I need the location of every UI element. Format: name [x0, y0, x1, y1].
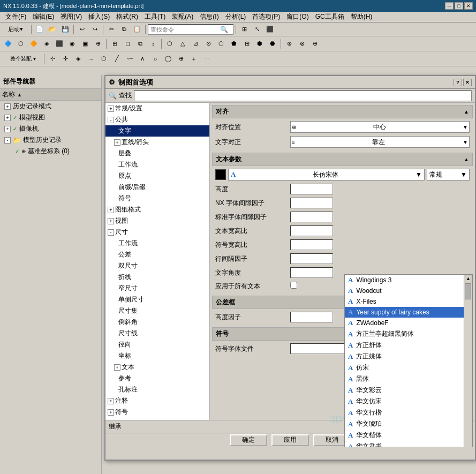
- tree-item-lines[interactable]: + 直线/箭头: [105, 137, 209, 148]
- tb3-btn5[interactable]: ⬡: [98, 53, 110, 65]
- expand-annotation[interactable]: +: [108, 398, 114, 404]
- std-spacing-input[interactable]: [290, 212, 333, 222]
- tree-item-workflow2[interactable]: 工作流: [105, 238, 209, 249]
- menu-preferences[interactable]: 首选项(P): [249, 11, 283, 22]
- scroll-up-btn[interactable]: ▲: [465, 275, 472, 282]
- alignment-section-header[interactable]: 对齐 ▲: [212, 105, 473, 118]
- paste-btn[interactable]: 📋: [131, 24, 143, 35]
- expand-icon[interactable]: +: [4, 115, 11, 121]
- text-angle-input[interactable]: [290, 267, 333, 278]
- ok-button[interactable]: 确定: [230, 434, 267, 446]
- menu-window[interactable]: 窗口(O): [283, 11, 312, 22]
- tb2-btn16[interactable]: ⊙: [202, 38, 214, 50]
- tb2-btn6[interactable]: ◉: [66, 38, 78, 50]
- menu-edit[interactable]: 编辑(E): [29, 11, 57, 22]
- font-item-zwadobef[interactable]: A ZWAdobeF: [345, 318, 472, 328]
- font-name-select[interactable]: A 长仿宋体 ▼: [228, 169, 425, 180]
- tree-item-stack[interactable]: 层叠: [105, 148, 209, 159]
- tb3-btn12[interactable]: +: [188, 53, 200, 65]
- tb2-btn1[interactable]: 🔷: [2, 38, 14, 50]
- expand-common[interactable]: -: [108, 117, 114, 123]
- copy-btn[interactable]: ⧉: [118, 24, 130, 35]
- apply-all-checkbox[interactable]: [290, 282, 297, 289]
- expand-general[interactable]: +: [108, 106, 114, 112]
- font-item-heiti[interactable]: A 黑体: [345, 373, 472, 385]
- tree-item-text[interactable]: 文字: [105, 125, 209, 137]
- tb3-btn7[interactable]: 〰: [124, 53, 135, 65]
- tb2-btn20[interactable]: ⬢: [254, 38, 266, 50]
- sidebar-item-model-views[interactable]: + ✓ 模型视图: [0, 112, 101, 123]
- expand-icon[interactable]: +: [4, 103, 11, 110]
- sidebar-item-cameras[interactable]: + ✓ 摄像机: [0, 123, 101, 134]
- line-spacing-input[interactable]: [290, 253, 333, 264]
- font-color-swatch[interactable]: [215, 169, 226, 180]
- tree-item-chamfer[interactable]: 倒斜角: [105, 317, 209, 328]
- font-item-fzlanting[interactable]: A 方正兰亭超细黑简体: [345, 328, 472, 340]
- tb3-btn6[interactable]: ╱: [111, 53, 123, 65]
- tree-item-annotation[interactable]: + 注释: [105, 395, 209, 407]
- tb3-btn9[interactable]: ○: [149, 53, 161, 65]
- tree-item-symbol-top[interactable]: + 符号: [105, 407, 209, 418]
- menu-assembly[interactable]: 装配(A): [169, 11, 197, 22]
- tb2-btn15[interactable]: ⊿: [190, 38, 201, 50]
- start-btn[interactable]: 启动▾: [2, 24, 29, 35]
- tree-item-general[interactable]: + 常规/设置: [105, 103, 209, 114]
- tree-item-dual-dim[interactable]: 双尺寸: [105, 260, 209, 272]
- tree-item-ref[interactable]: 参考: [105, 373, 209, 384]
- tree-item-view[interactable]: + 视图: [105, 215, 209, 227]
- tb3-btn13[interactable]: ⋯: [201, 53, 213, 65]
- tb2-btn11[interactable]: ⧉: [134, 38, 146, 50]
- tree-item-prefix[interactable]: 前缀/后缀: [105, 182, 209, 193]
- tb2-btn18[interactable]: ⬟: [228, 38, 240, 50]
- tree-item-sheet-format[interactable]: + 图纸格式: [105, 204, 209, 215]
- width-ratio-input[interactable]: [290, 225, 333, 236]
- expand-view[interactable]: +: [108, 218, 114, 224]
- expand-symbol-top[interactable]: +: [108, 409, 114, 416]
- expand-icon[interactable]: +: [4, 126, 11, 132]
- tb3-btn1[interactable]: ⊹: [47, 53, 58, 65]
- search-input[interactable]: [150, 26, 220, 33]
- tb2-btn22[interactable]: ⊛: [283, 38, 295, 50]
- scroll-thumb[interactable]: [465, 283, 471, 299]
- dialog-close-btn[interactable]: ✕: [463, 79, 472, 86]
- expand-text-dim[interactable]: +: [114, 364, 120, 371]
- maximize-btn[interactable]: □: [455, 2, 463, 10]
- tree-item-text-dim[interactable]: + 文本: [105, 362, 209, 373]
- font-item-hwkaiti[interactable]: A 华文楷体: [345, 430, 472, 441]
- tb2-btn23[interactable]: ⊗: [296, 38, 308, 50]
- font-item-fangsong[interactable]: A 仿宋: [345, 362, 472, 373]
- expand-lines[interactable]: +: [114, 139, 120, 146]
- expand-dim[interactable]: -: [108, 229, 114, 236]
- dropdown-scrollbar[interactable]: ▲ ▼: [464, 275, 472, 447]
- menu-analysis[interactable]: 分析(L): [222, 11, 250, 22]
- tb3-btn2[interactable]: ✛: [59, 53, 71, 65]
- tree-item-tolerance[interactable]: 公差: [105, 249, 209, 260]
- tree-item-hole[interactable]: 孔标注: [105, 384, 209, 395]
- text-align-select[interactable]: ≡ 靠左 ▼: [290, 136, 470, 148]
- dialog-search-input[interactable]: [134, 91, 472, 101]
- tree-item-coord[interactable]: 坐标: [105, 350, 209, 362]
- close-btn[interactable]: ✕: [464, 2, 473, 10]
- tb2-btn14[interactable]: △: [177, 38, 188, 50]
- new-btn[interactable]: 📄: [34, 24, 46, 35]
- expand-icon[interactable]: -: [4, 137, 11, 144]
- font-item-year-supply[interactable]: A Year supply of fairy cakes: [345, 307, 472, 318]
- menu-info[interactable]: 信息(I): [197, 11, 222, 22]
- tree-item-symbol1[interactable]: 符号: [105, 193, 209, 204]
- tb2-btn2[interactable]: ⬡: [15, 38, 27, 50]
- tree-item-origin[interactable]: 原点: [105, 170, 209, 182]
- font-item-fzshu[interactable]: A 方正舒体: [345, 340, 472, 351]
- view3d-btn[interactable]: ⬛: [264, 24, 276, 35]
- font-item-hwcaiyun[interactable]: A 华文彩云: [345, 385, 472, 396]
- fit-btn[interactable]: ⤡: [251, 24, 263, 35]
- tree-item-radial[interactable]: 径向: [105, 339, 209, 350]
- font-item-woodcut[interactable]: A Woodcut: [345, 285, 472, 296]
- menu-gctoolbox[interactable]: GC工具箱: [312, 11, 347, 22]
- font-item-hwfangsong[interactable]: A 华文仿宋: [345, 396, 472, 407]
- tb2-btn7[interactable]: ▣: [79, 38, 91, 50]
- tb2-btn13[interactable]: ⬡: [164, 38, 176, 50]
- search-box[interactable]: 🔍: [148, 24, 233, 35]
- tree-item-single-side[interactable]: 单侧尺寸: [105, 294, 209, 305]
- tb2-btn24[interactable]: ⊕: [309, 38, 321, 50]
- tree-item-broken[interactable]: 折线: [105, 272, 209, 283]
